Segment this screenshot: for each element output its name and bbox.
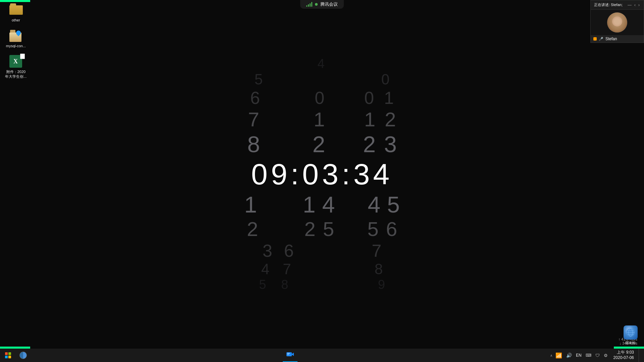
- clock-row-2: 6 0 01: [221, 88, 423, 108]
- clock-row-3: 7 1 12: [221, 108, 423, 131]
- icon-label-other: other: [12, 18, 20, 22]
- cortana-search[interactable]: [16, 349, 30, 362]
- excel-icon: [9, 55, 23, 68]
- taskbar-date: 2020-07-06: [613, 355, 634, 361]
- meeting-participant-row: 🎤 Stefan: [591, 35, 644, 43]
- signal-icon: [306, 2, 312, 7]
- desktop-icon-mysql[interactable]: mysql-con...: [3, 29, 29, 48]
- folder-icon: [9, 3, 23, 17]
- icon-label-excel: 附件：2020 年大学生创...: [5, 70, 26, 78]
- icon-label-mysql: mysql-con...: [6, 44, 26, 48]
- meeting-status-dot: [315, 3, 318, 6]
- meeting-widget-controls: — ‹ ›: [627, 3, 640, 7]
- clock-row-8: 47 8: [221, 261, 423, 278]
- tencent-meeting-taskbar-icon: [286, 351, 294, 359]
- svg-marker-6: [292, 353, 294, 356]
- clock-row-4: 8 2 23: [221, 131, 423, 157]
- meeting-widget-header: 正在讲述: Stefan; — ‹ ›: [591, 0, 644, 10]
- meeting-next-btn[interactable]: ›: [638, 3, 640, 7]
- desktop-shortcut-icon[interactable]: 固欢站: [621, 325, 641, 345]
- avatar-face: [607, 12, 627, 33]
- microphone-icon: 🎤: [599, 37, 603, 41]
- windows-logo-icon: [5, 352, 11, 358]
- desktop-icon-excel[interactable]: 附件：2020 年大学生创...: [3, 55, 29, 78]
- clock-row-0: 4: [221, 57, 423, 71]
- taskbar: ∧ 📶 🔊 EN ⌨ 🛡 ⚙ 上午 9:03 2020-07-06: [0, 349, 644, 362]
- participant-status-indicator: [593, 37, 597, 41]
- svg-rect-8: [287, 354, 289, 355]
- clock-row-1: 5 0: [221, 71, 423, 88]
- clock-display: 4 5 0 6 0 01 7 1 12 8 2 23 09:03:34 1 14…: [0, 0, 644, 349]
- network-tray-icon[interactable]: 📶: [554, 352, 563, 359]
- update-tray-icon[interactable]: ⚙: [603, 352, 609, 359]
- clock-row-5: 1 14 45: [221, 191, 423, 218]
- clock-row-6: 2 25 56: [221, 218, 423, 241]
- tray-expand-arrow[interactable]: ∧: [550, 354, 552, 357]
- meeting-prev-btn[interactable]: ‹: [634, 3, 636, 7]
- meeting-avatar-area: [591, 10, 644, 35]
- taskbar-tray: ∧ 📶 🔊 EN ⌨ 🛡 ⚙ 上午 9:03 2020-07-06: [550, 349, 644, 362]
- clock-main-time: 09:03:34: [221, 157, 423, 191]
- taskbar-time: 上午 9:03: [613, 350, 634, 355]
- taskbar-clock[interactable]: 上午 9:03 2020-07-06: [611, 350, 637, 360]
- desktop-icon-svg: [626, 328, 635, 337]
- shortcut-label: 固欢站: [626, 341, 636, 345]
- participant-name: Stefan: [605, 37, 617, 41]
- corner-accent-tl: [0, 0, 30, 2]
- meeting-minimize-btn[interactable]: —: [627, 3, 632, 7]
- security-tray-icon[interactable]: 🛡: [594, 352, 601, 359]
- svg-rect-7: [287, 353, 290, 354]
- meeting-widget-title: 正在讲述: Stefan;: [594, 2, 623, 7]
- clock-row-9: 58 9: [221, 278, 423, 292]
- start-button[interactable]: [0, 349, 16, 362]
- meeting-top-bar[interactable]: 腾讯会议: [300, 0, 344, 9]
- svg-rect-5: [286, 352, 292, 356]
- cortana-icon: [19, 352, 27, 359]
- participant-avatar: [607, 12, 627, 33]
- language-tray-icon[interactable]: EN: [575, 352, 583, 358]
- desktop-icons: other mysql-con... 附件：2020 年大学生创...: [3, 3, 29, 79]
- show-desktop-button[interactable]: [639, 349, 641, 362]
- clock-row-7: 36 7: [221, 241, 423, 261]
- shortcut-icon-image: [624, 325, 638, 340]
- meeting-bar-label: 腾讯会议: [320, 1, 338, 7]
- taskbar-apps: [30, 349, 550, 362]
- keyboard-tray-icon[interactable]: ⌨: [585, 352, 592, 358]
- meeting-widget: 正在讲述: Stefan; — ‹ › 🎤 Stefan: [590, 0, 644, 43]
- desktop-icon-other[interactable]: other: [3, 3, 29, 22]
- mysql-document-icon: [9, 29, 23, 43]
- taskbar-app-meeting[interactable]: [283, 349, 298, 362]
- volume-tray-icon[interactable]: 🔊: [565, 352, 573, 359]
